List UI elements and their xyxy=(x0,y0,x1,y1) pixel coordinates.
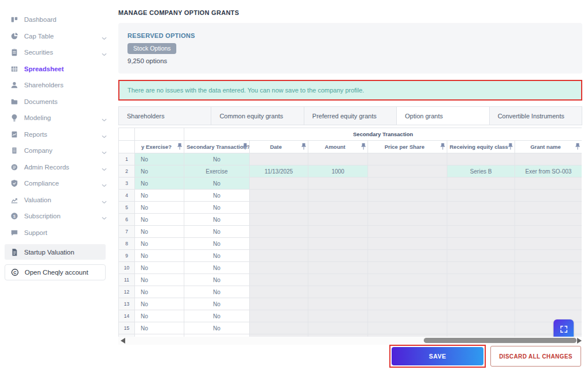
sidebar-item-label: Documents xyxy=(24,98,57,105)
cell[interactable]: No xyxy=(184,214,250,226)
cell[interactable]: No xyxy=(135,165,184,178)
tab-convertible-instruments[interactable]: Convertible Instruments xyxy=(490,106,582,125)
row-number[interactable]: 15 xyxy=(119,322,135,334)
row-number[interactable]: 13 xyxy=(119,298,135,310)
sidebar-item-spreadsheet[interactable]: Spreadsheet xyxy=(0,61,115,78)
cell[interactable]: No xyxy=(184,274,250,286)
row-number[interactable]: 4 xyxy=(119,190,135,202)
sidebar-item-modeling[interactable]: Modeling xyxy=(0,110,115,126)
column-header-receiving-equity-class[interactable]: Receiving equity class xyxy=(447,141,515,153)
cell[interactable]: No xyxy=(184,178,250,190)
pin-icon[interactable] xyxy=(242,142,248,151)
scroll-left-arrow-icon[interactable] xyxy=(121,338,125,344)
cell[interactable]: No xyxy=(135,286,184,298)
discard-all-changes-button[interactable]: DISCARD ALL CHANGES xyxy=(490,346,581,367)
sidebar-item-valuation[interactable]: Valuation xyxy=(0,192,115,209)
cell[interactable]: No xyxy=(135,322,184,334)
row-number[interactable]: 1 xyxy=(119,153,135,165)
pin-icon[interactable] xyxy=(440,142,446,151)
save-button[interactable]: SAVE xyxy=(392,347,483,365)
cell[interactable]: No xyxy=(184,262,250,274)
sidebar-item-support[interactable]: Support xyxy=(0,225,115,241)
cell[interactable]: No xyxy=(184,238,250,250)
sidebar-item-company[interactable]: Company xyxy=(0,142,115,159)
column-header-price-per-share[interactable]: Price per Share xyxy=(368,141,447,153)
cell[interactable]: No xyxy=(135,153,184,165)
row-number[interactable]: 6 xyxy=(119,214,135,226)
cell[interactable]: No xyxy=(135,202,184,214)
row-number[interactable]: 2 xyxy=(119,165,135,178)
cell[interactable]: No xyxy=(184,153,250,165)
cell[interactable]: No xyxy=(135,274,184,286)
column-header-amount[interactable]: Amount xyxy=(308,141,368,153)
cell[interactable]: No xyxy=(135,190,184,202)
cell[interactable]: No xyxy=(184,202,250,214)
cell xyxy=(368,165,447,178)
cell[interactable]: No xyxy=(135,250,184,262)
pin-icon[interactable] xyxy=(301,142,307,151)
sidebar-item-compliance[interactable]: Compliance xyxy=(0,175,115,192)
cell[interactable]: No xyxy=(184,322,250,334)
table-row: 15NoNo xyxy=(119,322,582,334)
cell[interactable]: No xyxy=(135,262,184,274)
sidebar-item-admin-records[interactable]: Admin Records xyxy=(0,159,115,176)
cell[interactable]: No xyxy=(135,298,184,310)
pin-icon[interactable] xyxy=(361,142,366,151)
cell[interactable]: No xyxy=(135,214,184,226)
cell[interactable]: No xyxy=(135,178,184,190)
pin-icon[interactable] xyxy=(177,142,183,151)
cell[interactable]: No xyxy=(184,190,250,202)
scrollbar-thumb[interactable] xyxy=(424,338,577,343)
tab-shareholders[interactable]: Shareholders xyxy=(118,106,211,125)
cell[interactable]: 1000 xyxy=(308,165,368,178)
row-number[interactable]: 10 xyxy=(119,262,135,274)
sidebar-item-open-cheqly-account[interactable]: COpen Cheqly account xyxy=(5,264,106,280)
cell[interactable]: Series B xyxy=(447,165,515,178)
row-number[interactable]: 14 xyxy=(119,310,135,322)
cell[interactable]: No xyxy=(135,226,184,238)
column-header-secondary-transaction[interactable]: Secondary Transaction? xyxy=(184,141,250,153)
cell[interactable]: No xyxy=(135,310,184,322)
sidebar-item-shareholders[interactable]: Shareholders xyxy=(0,77,115,94)
cell[interactable]: Exercise xyxy=(184,165,250,178)
row-number[interactable]: 11 xyxy=(119,274,135,286)
scroll-right-arrow-icon[interactable] xyxy=(577,338,582,344)
cell xyxy=(308,178,368,190)
tab-preferred-equity-grants[interactable]: Preferred equity grants xyxy=(304,106,397,125)
row-number[interactable]: 3 xyxy=(119,178,135,190)
column-header-grant-name[interactable]: Grant name xyxy=(515,141,582,153)
cell[interactable]: No xyxy=(184,286,250,298)
column-header-row: y Exercise?Secondary Transaction?DateAmo… xyxy=(119,141,582,153)
cell[interactable]: No xyxy=(135,238,184,250)
sidebar-item-reports[interactable]: Reports xyxy=(0,126,115,143)
cell[interactable]: 11/13/2025 xyxy=(250,165,308,178)
cell xyxy=(447,310,515,322)
cell[interactable]: No xyxy=(184,250,250,262)
cell[interactable]: No xyxy=(184,226,250,238)
row-number[interactable]: 12 xyxy=(119,286,135,298)
cell xyxy=(515,250,582,262)
pin-icon[interactable] xyxy=(508,142,513,151)
row-number[interactable]: 9 xyxy=(119,250,135,262)
table-row: 10NoNo xyxy=(119,262,582,274)
table-row: 12NoNo xyxy=(119,286,582,298)
row-number[interactable]: 5 xyxy=(119,202,135,214)
sidebar-item-cap-table[interactable]: Cap Table xyxy=(0,28,115,45)
sidebar-item-subscription[interactable]: $Subscription xyxy=(0,208,115,225)
cell[interactable]: No xyxy=(184,310,250,322)
row-number[interactable]: 8 xyxy=(119,238,135,250)
cell[interactable]: Exer from SO-003 xyxy=(515,165,582,178)
row-number[interactable]: 7 xyxy=(119,226,135,238)
tab-common-equity-grants[interactable]: Common equity grants xyxy=(211,106,304,125)
sidebar-item-dashboard[interactable]: Dashboard xyxy=(0,11,115,28)
cell[interactable]: No xyxy=(184,298,250,310)
tab-option-grants[interactable]: Option grants xyxy=(397,106,489,125)
sidebar-item-documents[interactable]: Documents xyxy=(0,94,115,110)
pin-icon[interactable] xyxy=(575,142,581,151)
sidebar-item-startup-valuation[interactable]: Startup Valuation xyxy=(5,244,106,260)
column-header-date[interactable]: Date xyxy=(250,141,308,153)
horizontal-scrollbar[interactable] xyxy=(118,337,582,345)
sidebar-item-securities[interactable]: Securities xyxy=(0,44,115,61)
column-header-y-exercise[interactable]: y Exercise? xyxy=(135,141,184,153)
chevron-down-icon xyxy=(102,149,107,152)
